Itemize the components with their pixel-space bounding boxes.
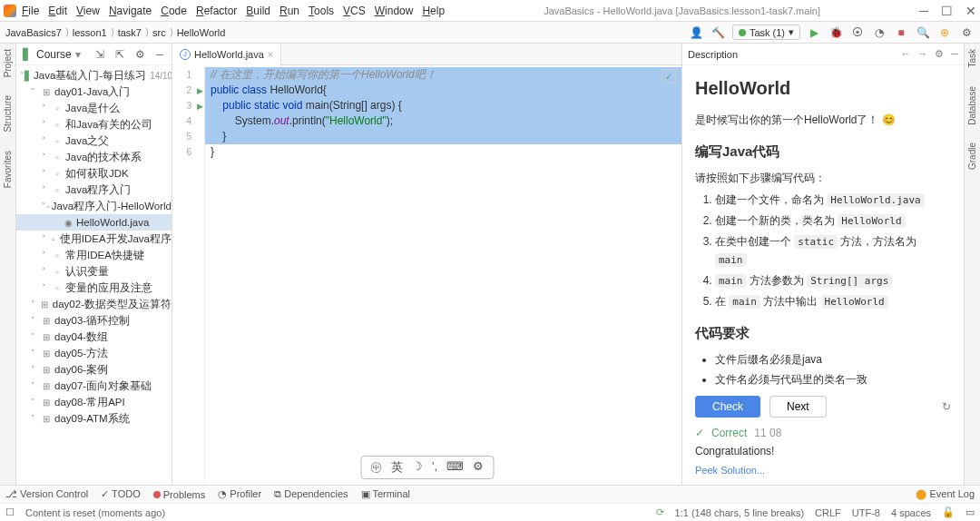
bottom-tool-todo[interactable]: ✓ TODO (101, 488, 140, 500)
menu-tools[interactable]: Tools (309, 5, 334, 17)
hide-desc-icon[interactable]: ─ (951, 48, 958, 60)
sidebar-gear-icon[interactable]: ⚙ (132, 46, 148, 63)
debug-icon[interactable]: 🐞 (828, 25, 844, 41)
ime-toolbar[interactable]: ㊥英☽',⌨⚙ (360, 456, 494, 479)
stop-icon[interactable]: ■ (893, 25, 909, 41)
tree-node[interactable]: ˃▫如何获取JDK (16, 165, 172, 182)
tree-file[interactable]: ◉HelloWorld.java (16, 214, 172, 231)
code-line[interactable]: } (205, 129, 681, 144)
left-tool-structure[interactable]: Structure (3, 95, 13, 133)
maximize-icon[interactable]: ☐ (941, 4, 953, 18)
tree-node[interactable]: ˃▫变量的应用及注意 (16, 280, 172, 296)
menu-edit[interactable]: Edit (48, 5, 67, 17)
forward-icon[interactable]: → (917, 48, 927, 60)
memory-indicator-icon[interactable]: ▭ (965, 506, 975, 518)
bottom-tool-version-control[interactable]: ⎇ Version Control (5, 488, 88, 500)
sync-ok-icon[interactable]: ⟳ (656, 506, 664, 518)
bottom-tool-profiler[interactable]: ◔ Profiler (218, 488, 261, 500)
peek-solution-link[interactable]: Peek Solution... (682, 465, 964, 485)
readonly-lock-icon[interactable]: 🔓 (942, 506, 955, 518)
tree-node[interactable]: ˅▋Java基础入门-每日练习14/109 (16, 67, 172, 84)
settings-icon[interactable]: ⚙ (958, 25, 975, 41)
tree-node[interactable]: ˅⊞day01-Java入门 (16, 84, 172, 100)
run-icon[interactable]: ▶ (806, 25, 822, 41)
build-icon[interactable]: 🔨 (710, 25, 727, 41)
tree-node[interactable]: ˅▫Java程序入门-HelloWorld (16, 198, 172, 214)
ime-item[interactable]: ', (432, 459, 437, 476)
left-tool-favorites[interactable]: Favorites (3, 151, 13, 188)
menu-run[interactable]: Run (279, 5, 299, 17)
run-gutter-icon[interactable]: ▶ (197, 86, 203, 95)
inspection-ok-icon[interactable]: ✓ (662, 69, 676, 84)
menu-view[interactable]: View (76, 5, 100, 17)
collapse-icon[interactable]: ⇱ (112, 46, 128, 63)
menu-window[interactable]: Window (375, 5, 414, 17)
tree-node[interactable]: ˃⊞day02-数据类型及运算符 (16, 296, 172, 312)
tree-node[interactable]: ˃⊞day08-常用API (16, 394, 172, 410)
add-user-icon[interactable]: 👤 (689, 25, 705, 41)
breadcrumb-item[interactable]: task7 (118, 27, 142, 38)
tree-node[interactable]: ˃⊞day06-案例 (16, 361, 172, 378)
tree-node[interactable]: ˃▫Java是什么 (16, 100, 172, 116)
ime-item[interactable]: ⌨ (446, 459, 464, 476)
tree-node[interactable]: ˃⊞day04-数组 (16, 329, 172, 345)
run-gutter-icon[interactable]: ▶ (197, 102, 203, 111)
menu-file[interactable]: File (22, 5, 39, 17)
breadcrumb-item[interactable]: lesson1 (73, 27, 107, 38)
ime-item[interactable]: ☽ (412, 459, 423, 476)
code-line[interactable]: // 在这里，开始编写你的第一个HelloWorld吧！ (205, 67, 681, 83)
tree-node[interactable]: ˃▫Java程序入门 (16, 182, 172, 198)
tree-node[interactable]: ˃▫使用IDEA开发Java程序 (16, 231, 172, 247)
caret-position[interactable]: 1:1 (148 chars, 5 line breaks) (675, 507, 804, 518)
code-line[interactable]: public class HelloWorld{ (205, 83, 681, 98)
profile-icon[interactable]: ◔ (871, 25, 887, 41)
menu-help[interactable]: Help (422, 5, 445, 17)
file-encoding[interactable]: UTF-8 (852, 507, 880, 518)
search-icon[interactable]: 🔍 (915, 25, 931, 41)
hide-icon[interactable]: ─ (152, 46, 168, 63)
right-tool-database[interactable]: Database (967, 86, 977, 125)
breadcrumb-item[interactable]: HelloWorld (177, 27, 226, 38)
close-tab-icon[interactable]: × (268, 49, 273, 60)
bottom-tool-dependencies[interactable]: ⧉ Dependencies (274, 488, 348, 500)
coverage-icon[interactable]: ⦿ (849, 25, 866, 41)
code-line[interactable]: System.out.println("HelloWorld"); (205, 113, 681, 129)
tree-node[interactable]: ˃⊞day07-面向对象基础 (16, 378, 172, 394)
tree-node[interactable]: ˃⊞day03-循环控制 (16, 312, 172, 329)
check-button[interactable]: Check (695, 396, 760, 418)
right-tool-task[interactable]: Task (967, 49, 977, 68)
tree-node[interactable]: ˃⊞day05-方法 (16, 345, 172, 361)
tree-node[interactable]: ˃▫Java的技术体系 (16, 149, 172, 165)
breadcrumb-item[interactable]: JavaBasics7 (5, 27, 62, 38)
close-icon[interactable]: ✕ (965, 4, 976, 18)
code-line[interactable]: } (205, 144, 681, 160)
code-line[interactable]: public static void main(String[] args) { (205, 98, 681, 113)
ime-item[interactable]: 英 (391, 459, 403, 476)
tree-node[interactable]: ˃▫和Java有关的公司 (16, 116, 172, 133)
desc-gear-icon[interactable]: ⚙ (935, 48, 944, 60)
refresh-icon[interactable]: ↻ (942, 400, 951, 413)
course-tree[interactable]: ˅▋Java基础入门-每日练习14/109˅⊞day01-Java入门˃▫Jav… (16, 65, 172, 485)
editor-tab[interactable]: J HelloWorld.java × (172, 44, 281, 65)
ime-item[interactable]: ⚙ (473, 459, 484, 476)
breadcrumb-item[interactable]: src (152, 27, 166, 38)
editor-body[interactable]: 12▶3▶456 // 在这里，开始编写你的第一个HelloWorld吧！pub… (172, 65, 681, 485)
event-log[interactable]: ⬤ Event Log (916, 488, 975, 500)
menu-refactor[interactable]: Refactor (196, 5, 237, 17)
ime-item[interactable]: ㊥ (370, 459, 382, 476)
expand-all-icon[interactable]: ⇲ (92, 46, 108, 63)
run-config-combo[interactable]: Task (1) ▾ (732, 25, 800, 40)
left-tool-project[interactable]: Project (3, 49, 13, 77)
tree-node[interactable]: ˃⊞day09-ATM系统 (16, 410, 172, 427)
line-separator[interactable]: CRLF (815, 507, 841, 518)
back-icon[interactable]: ← (900, 48, 910, 60)
minimize-icon[interactable]: ─ (919, 4, 928, 18)
menu-vcs[interactable]: VCS (343, 5, 366, 17)
menu-code[interactable]: Code (161, 5, 187, 17)
code-area[interactable]: // 在这里，开始编写你的第一个HelloWorld吧！public class… (205, 65, 681, 485)
chevron-down-icon[interactable]: ▾ (75, 48, 81, 61)
settings-plus-icon[interactable]: ⊕ (936, 25, 953, 41)
tree-node[interactable]: ˃▫Java之父 (16, 133, 172, 149)
bottom-tool-terminal[interactable]: ▣ Terminal (361, 488, 410, 500)
menu-build[interactable]: Build (246, 5, 270, 17)
